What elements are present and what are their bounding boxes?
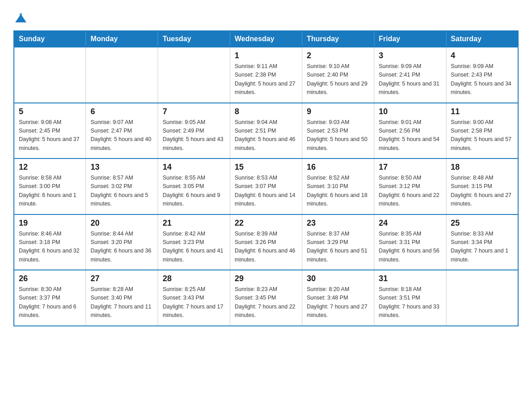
calendar-cell: 30Sunrise: 8:20 AM Sunset: 3:48 PM Dayli… (302, 270, 374, 326)
day-detail: Sunrise: 8:23 AM Sunset: 3:45 PM Dayligh… (235, 285, 297, 320)
day-detail: Sunrise: 8:48 AM Sunset: 3:15 PM Dayligh… (451, 174, 513, 209)
day-detail: Sunrise: 8:53 AM Sunset: 3:07 PM Dayligh… (235, 174, 297, 209)
calendar-header-tuesday: Tuesday (158, 31, 230, 47)
calendar-cell: 23Sunrise: 8:37 AM Sunset: 3:29 PM Dayli… (302, 214, 374, 270)
calendar-cell: 6Sunrise: 9:07 AM Sunset: 2:47 PM Daylig… (86, 103, 158, 159)
calendar-header-monday: Monday (86, 31, 158, 47)
day-number: 17 (379, 163, 442, 172)
calendar-header-sunday: Sunday (14, 31, 86, 47)
calendar-cell (158, 47, 230, 103)
day-detail: Sunrise: 8:58 AM Sunset: 3:00 PM Dayligh… (19, 174, 81, 209)
day-detail: Sunrise: 8:55 AM Sunset: 3:05 PM Dayligh… (163, 174, 225, 209)
day-detail: Sunrise: 8:52 AM Sunset: 3:10 PM Dayligh… (307, 174, 369, 209)
page-header (13, 9, 519, 22)
calendar-table: SundayMondayTuesdayWednesdayThursdayFrid… (13, 30, 519, 326)
day-number: 15 (235, 163, 297, 172)
calendar-header-thursday: Thursday (302, 31, 374, 47)
day-detail: Sunrise: 9:04 AM Sunset: 2:51 PM Dayligh… (235, 118, 297, 153)
day-number: 12 (19, 163, 81, 172)
day-number: 3 (379, 51, 442, 60)
calendar-cell (446, 270, 518, 326)
day-number: 31 (379, 274, 442, 283)
day-detail: Sunrise: 9:10 AM Sunset: 2:40 PM Dayligh… (307, 62, 369, 97)
calendar-cell: 11Sunrise: 9:00 AM Sunset: 2:58 PM Dayli… (446, 103, 518, 159)
calendar-header-saturday: Saturday (446, 31, 518, 47)
calendar-cell: 12Sunrise: 8:58 AM Sunset: 3:00 PM Dayli… (14, 158, 86, 214)
calendar-header-friday: Friday (374, 31, 446, 47)
day-number: 18 (451, 163, 513, 172)
calendar-cell: 15Sunrise: 8:53 AM Sunset: 3:07 PM Dayli… (230, 158, 302, 214)
calendar-cell: 26Sunrise: 8:30 AM Sunset: 3:37 PM Dayli… (14, 270, 86, 326)
calendar-week-3: 12Sunrise: 8:58 AM Sunset: 3:00 PM Dayli… (14, 158, 518, 214)
calendar-cell: 4Sunrise: 9:09 AM Sunset: 2:43 PM Daylig… (446, 47, 518, 103)
day-number: 19 (19, 218, 81, 228)
day-number: 2 (307, 51, 369, 60)
calendar-cell: 27Sunrise: 8:28 AM Sunset: 3:40 PM Dayli… (86, 270, 158, 326)
calendar-cell: 19Sunrise: 8:46 AM Sunset: 3:18 PM Dayli… (14, 214, 86, 270)
calendar-week-1: 1Sunrise: 9:11 AM Sunset: 2:38 PM Daylig… (14, 47, 518, 103)
day-detail: Sunrise: 9:05 AM Sunset: 2:49 PM Dayligh… (163, 118, 225, 153)
day-number: 5 (19, 107, 81, 116)
day-detail: Sunrise: 8:28 AM Sunset: 3:40 PM Dayligh… (90, 285, 153, 320)
day-number: 6 (90, 107, 153, 116)
logo (13, 13, 26, 22)
day-number: 30 (307, 274, 369, 283)
day-number: 22 (235, 218, 297, 228)
day-detail: Sunrise: 8:44 AM Sunset: 3:20 PM Dayligh… (90, 230, 153, 265)
calendar-week-5: 26Sunrise: 8:30 AM Sunset: 3:37 PM Dayli… (14, 270, 518, 326)
day-detail: Sunrise: 8:42 AM Sunset: 3:23 PM Dayligh… (163, 230, 225, 265)
day-detail: Sunrise: 8:30 AM Sunset: 3:37 PM Dayligh… (19, 285, 81, 320)
day-detail: Sunrise: 9:00 AM Sunset: 2:58 PM Dayligh… (451, 118, 513, 153)
calendar-cell: 7Sunrise: 9:05 AM Sunset: 2:49 PM Daylig… (158, 103, 230, 159)
calendar-cell: 20Sunrise: 8:44 AM Sunset: 3:20 PM Dayli… (86, 214, 158, 270)
day-number: 14 (163, 163, 225, 172)
calendar-cell: 16Sunrise: 8:52 AM Sunset: 3:10 PM Dayli… (302, 158, 374, 214)
day-number: 1 (235, 51, 297, 60)
calendar-week-4: 19Sunrise: 8:46 AM Sunset: 3:18 PM Dayli… (14, 214, 518, 270)
day-detail: Sunrise: 9:09 AM Sunset: 2:43 PM Dayligh… (451, 62, 513, 97)
day-number: 28 (163, 274, 225, 283)
calendar-cell: 10Sunrise: 9:01 AM Sunset: 2:56 PM Dayli… (374, 103, 446, 159)
day-number: 26 (19, 274, 81, 283)
day-number: 16 (307, 163, 369, 172)
calendar-cell: 31Sunrise: 8:18 AM Sunset: 3:51 PM Dayli… (374, 270, 446, 326)
day-detail: Sunrise: 8:50 AM Sunset: 3:12 PM Dayligh… (379, 174, 442, 209)
calendar-cell: 24Sunrise: 8:35 AM Sunset: 3:31 PM Dayli… (374, 214, 446, 270)
day-detail: Sunrise: 8:46 AM Sunset: 3:18 PM Dayligh… (19, 230, 81, 265)
calendar-cell: 1Sunrise: 9:11 AM Sunset: 2:38 PM Daylig… (230, 47, 302, 103)
day-number: 9 (307, 107, 369, 116)
day-number: 4 (451, 51, 513, 60)
day-number: 25 (451, 218, 513, 228)
calendar-cell: 21Sunrise: 8:42 AM Sunset: 3:23 PM Dayli… (158, 214, 230, 270)
day-detail: Sunrise: 9:11 AM Sunset: 2:38 PM Dayligh… (235, 62, 297, 97)
day-detail: Sunrise: 8:33 AM Sunset: 3:34 PM Dayligh… (451, 230, 513, 265)
day-detail: Sunrise: 8:57 AM Sunset: 3:02 PM Dayligh… (90, 174, 153, 209)
calendar-cell: 2Sunrise: 9:10 AM Sunset: 2:40 PM Daylig… (302, 47, 374, 103)
calendar-cell: 25Sunrise: 8:33 AM Sunset: 3:34 PM Dayli… (446, 214, 518, 270)
calendar-week-2: 5Sunrise: 9:08 AM Sunset: 2:45 PM Daylig… (14, 103, 518, 159)
calendar-cell: 14Sunrise: 8:55 AM Sunset: 3:05 PM Dayli… (158, 158, 230, 214)
day-detail: Sunrise: 8:35 AM Sunset: 3:31 PM Dayligh… (379, 230, 442, 265)
day-number: 24 (379, 218, 442, 228)
day-detail: Sunrise: 8:25 AM Sunset: 3:43 PM Dayligh… (163, 285, 225, 320)
day-detail: Sunrise: 9:03 AM Sunset: 2:53 PM Dayligh… (307, 118, 369, 153)
day-detail: Sunrise: 8:37 AM Sunset: 3:29 PM Dayligh… (307, 230, 369, 265)
calendar-cell: 8Sunrise: 9:04 AM Sunset: 2:51 PM Daylig… (230, 103, 302, 159)
calendar-header-row: SundayMondayTuesdayWednesdayThursdayFrid… (14, 31, 518, 47)
calendar-cell: 17Sunrise: 8:50 AM Sunset: 3:12 PM Dayli… (374, 158, 446, 214)
day-detail: Sunrise: 8:20 AM Sunset: 3:48 PM Dayligh… (307, 285, 369, 320)
day-detail: Sunrise: 8:39 AM Sunset: 3:26 PM Dayligh… (235, 230, 297, 265)
calendar-cell: 28Sunrise: 8:25 AM Sunset: 3:43 PM Dayli… (158, 270, 230, 326)
day-number: 7 (163, 107, 225, 116)
day-detail: Sunrise: 9:09 AM Sunset: 2:41 PM Dayligh… (379, 62, 442, 97)
calendar-cell: 3Sunrise: 9:09 AM Sunset: 2:41 PM Daylig… (374, 47, 446, 103)
day-number: 23 (307, 218, 369, 228)
calendar-cell: 18Sunrise: 8:48 AM Sunset: 3:15 PM Dayli… (446, 158, 518, 214)
calendar-cell: 22Sunrise: 8:39 AM Sunset: 3:26 PM Dayli… (230, 214, 302, 270)
day-detail: Sunrise: 9:08 AM Sunset: 2:45 PM Dayligh… (19, 118, 81, 153)
day-number: 11 (451, 107, 513, 116)
calendar-cell: 29Sunrise: 8:23 AM Sunset: 3:45 PM Dayli… (230, 270, 302, 326)
calendar-cell (86, 47, 158, 103)
day-number: 10 (379, 107, 442, 116)
day-number: 27 (90, 274, 153, 283)
